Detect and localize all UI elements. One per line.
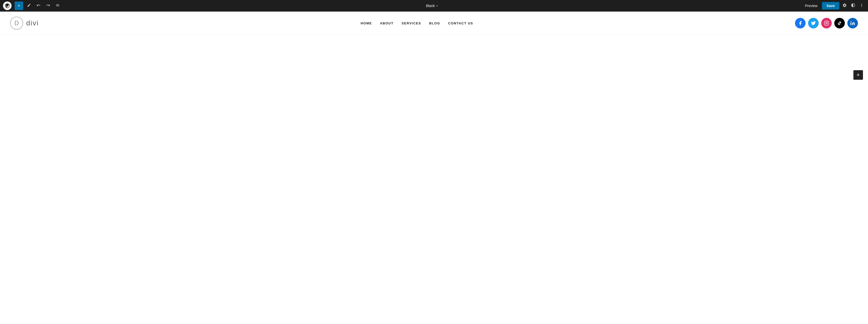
settings-button[interactable]	[841, 2, 848, 10]
twitter-icon[interactable]	[808, 18, 819, 28]
gear-icon	[842, 3, 847, 8]
nav-about[interactable]: ABOUT	[380, 21, 394, 25]
contrast-button[interactable]	[850, 2, 857, 10]
toolbar-right: Preview Save	[803, 2, 865, 10]
edit-button[interactable]	[25, 2, 33, 9]
chevron-down-icon: ▾	[436, 4, 438, 7]
page-canvas: D divi HOME ABOUT SERVICES BLOG CONTACT …	[0, 11, 868, 324]
add-section-plus-icon: +	[857, 72, 860, 78]
tiktok-icon[interactable]	[834, 18, 845, 28]
facebook-icon[interactable]	[795, 18, 806, 28]
logo-text: divi	[26, 19, 39, 27]
svg-point-2	[850, 21, 851, 22]
plus-icon: +	[18, 3, 21, 8]
toolbar: + Blank	[0, 0, 868, 11]
undo-button[interactable]	[35, 2, 42, 9]
add-section-button[interactable]: +	[854, 70, 863, 80]
site-header: D divi HOME ABOUT SERVICES BLOG CONTACT …	[0, 11, 868, 35]
more-options-button[interactable]	[859, 2, 865, 10]
more-icon	[860, 3, 864, 8]
save-button[interactable]: Save	[822, 2, 839, 9]
nav-contact[interactable]: CONTACT US	[448, 21, 473, 25]
nav-home[interactable]: HOME	[361, 21, 372, 25]
layout-button[interactable]	[54, 2, 61, 9]
redo-button[interactable]	[44, 2, 52, 9]
contrast-icon	[851, 3, 856, 8]
wp-logo	[3, 1, 11, 10]
svg-rect-0	[825, 21, 829, 25]
site-navigation: HOME ABOUT SERVICES BLOG CONTACT US	[361, 21, 473, 25]
pen-icon	[27, 3, 31, 8]
page-title-label: Blank	[426, 4, 435, 8]
page-title-dropdown[interactable]: Blank ▾	[426, 4, 438, 8]
canvas-body: +	[0, 35, 868, 161]
add-button[interactable]: +	[14, 1, 23, 10]
preview-button[interactable]: Preview	[803, 2, 820, 9]
list-icon	[56, 3, 60, 8]
undo-icon	[36, 3, 40, 8]
logo-circle: D	[10, 17, 23, 30]
instagram-icon[interactable]	[821, 18, 832, 28]
nav-services[interactable]: SERVICES	[402, 21, 421, 25]
site-logo: D divi	[10, 17, 39, 30]
redo-icon	[46, 3, 50, 8]
social-icons	[795, 18, 858, 28]
linkedin-icon[interactable]	[847, 18, 858, 28]
nav-blog[interactable]: BLOG	[429, 21, 440, 25]
